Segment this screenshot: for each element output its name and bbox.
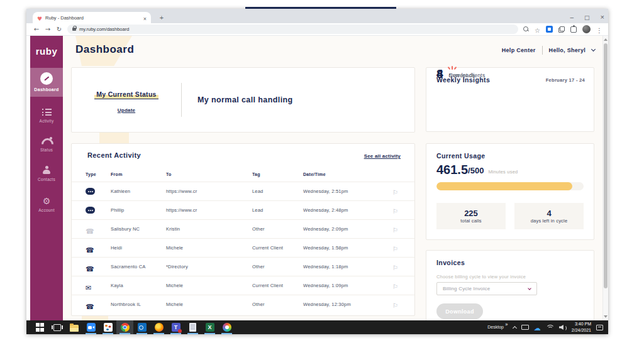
sidebar-item-account[interactable]: Account <box>30 191 63 216</box>
status-value: My normal call handling <box>197 95 293 104</box>
current-usage-title: Current Usage <box>436 152 486 160</box>
tray-chevron-up-icon[interactable] <box>513 325 517 330</box>
touch-keyboard-icon[interactable] <box>521 325 529 330</box>
sidebar-item-activity[interactable]: Activity <box>30 102 63 127</box>
taskbar-app-task-view[interactable] <box>48 320 65 334</box>
column-header: To <box>166 172 252 177</box>
bookmark-star-icon[interactable] <box>535 24 540 35</box>
tab-title: Ruby - Dashboard <box>45 15 143 21</box>
activity-type-icon <box>86 225 96 233</box>
activity-row: Salisbury NC Kristin Other Wednesday, 2:… <box>72 219 414 238</box>
recent-activity-title: Recent Activity <box>87 151 141 159</box>
insight-stat-label: Current clients <box>449 72 486 80</box>
refresh-button[interactable] <box>55 26 64 33</box>
tab-close-icon[interactable] <box>143 12 147 23</box>
activity-tag: Lead <box>252 188 303 194</box>
current-usage-card: Current Usage 461.5 /500 Minutes used 22… <box>426 143 594 240</box>
help-center-link[interactable]: Help Center <box>502 47 536 53</box>
share-icon[interactable] <box>558 26 565 33</box>
forward-button[interactable] <box>43 26 52 33</box>
user-greeting[interactable]: Hello, Sheryl <box>549 47 586 53</box>
update-link[interactable]: Update <box>72 107 181 113</box>
desktop-label[interactable]: Desktop <box>487 320 504 334</box>
flag-icon[interactable] <box>392 242 398 254</box>
sidebar-item-dashboard[interactable]: Dashboard <box>30 68 63 97</box>
chevron-down-icon[interactable] <box>591 47 596 52</box>
activity-to: Kristin <box>166 226 252 232</box>
minutes-label: Minutes used <box>488 169 518 176</box>
billing-cycle-dropdown[interactable]: Billing Cycle Invoice <box>436 282 537 295</box>
extension-icon[interactable] <box>546 26 553 33</box>
window-close-button[interactable] <box>601 11 604 22</box>
taskbar-app-excel[interactable] <box>201 320 218 334</box>
profile-avatar[interactable] <box>582 25 591 33</box>
sidebar-item-label: Account <box>38 208 55 212</box>
scrollbar-thumb[interactable] <box>604 43 608 288</box>
scroll-up-arrow[interactable] <box>604 38 608 41</box>
taskbar-app-paint[interactable] <box>218 320 235 334</box>
taskbar-app-chrome[interactable] <box>116 320 133 334</box>
new-tab-button[interactable] <box>156 12 167 23</box>
dropdown-value: Billing Cycle Invoice <box>443 286 490 291</box>
flag-icon[interactable] <box>392 299 398 310</box>
sidebar-item-status[interactable]: Status <box>30 133 63 156</box>
taskbar-app-notepad[interactable] <box>184 320 201 334</box>
activity-tag: Other <box>252 302 303 307</box>
activity-from: Kathleen <box>111 188 166 194</box>
flag-icon[interactable] <box>392 261 398 273</box>
lock-icon <box>72 28 76 31</box>
activity-datetime: Wednesday, 2:09pm <box>303 226 378 232</box>
taskbar-app-outlook[interactable] <box>133 320 150 334</box>
app-icon <box>189 323 196 332</box>
page-title: Dashboard <box>75 43 134 56</box>
usage-stat-value: 225 <box>464 209 478 219</box>
taskbar-app-zoom[interactable] <box>82 320 99 334</box>
taskbar-app-teams[interactable] <box>167 320 184 334</box>
see-all-activity-link[interactable]: See all activity <box>364 153 401 159</box>
flag-icon[interactable] <box>392 280 398 291</box>
onedrive-cloud-icon[interactable] <box>534 322 541 333</box>
activity-row: Phillip https://www.cr Lead Wednesday, 2… <box>72 200 414 219</box>
taskbar-overflow-icon[interactable]: » <box>505 320 508 329</box>
page-viewport: ruby Dashboard Activity Statu <box>26 36 608 320</box>
taskbar-app-start[interactable] <box>31 320 48 334</box>
activity-from: Phillip <box>111 207 166 213</box>
flag-icon[interactable] <box>392 186 398 197</box>
extensions-puzzle-icon[interactable] <box>570 26 577 33</box>
activity-to: *Directory <box>166 264 252 270</box>
address-bar[interactable]: my.ruby.com/dashboard <box>67 24 518 34</box>
weekly-insights-card: Weekly Insights February 17 - 24 4 New l… <box>426 67 594 132</box>
page-scrollbar[interactable] <box>602 36 608 320</box>
action-center-icon[interactable] <box>596 325 603 330</box>
taskbar-app-file-explorer[interactable] <box>65 320 82 334</box>
header-right: Help Center Hello, Sheryl <box>502 46 595 55</box>
app-icon <box>172 323 180 332</box>
sidebar-item-contacts[interactable]: Contacts <box>30 161 63 185</box>
scroll-down-arrow[interactable] <box>604 315 608 318</box>
window-minimize-button[interactable] <box>570 11 574 22</box>
volume-icon[interactable] <box>559 324 567 330</box>
activity-type-icon <box>86 188 95 195</box>
taskbar-apps <box>31 320 235 334</box>
download-button[interactable]: Download <box>436 303 483 319</box>
browser-tab[interactable]: Ruby - Dashboard <box>33 12 151 23</box>
browser-menu-icon[interactable] <box>596 24 602 35</box>
flag-icon[interactable] <box>392 224 398 235</box>
window-maximize-button[interactable] <box>584 11 590 22</box>
activity-to: Michele <box>166 302 252 307</box>
wifi-icon[interactable] <box>546 325 554 330</box>
minutes-summary: 461.5 /500 Minutes used <box>436 163 518 176</box>
flag-icon[interactable] <box>392 205 398 216</box>
status-left-panel: My Current Status Update <box>72 68 181 132</box>
sidebar-item-icon <box>40 195 53 205</box>
taskbar-app-diagram[interactable] <box>99 320 116 334</box>
taskbar-app-firefox[interactable] <box>150 320 167 334</box>
search-icon[interactable] <box>523 26 529 32</box>
weekly-insights-date-range: February 17 - 24 <box>546 77 585 83</box>
taskbar-clock[interactable]: 3:40 PM 2/24/2021 <box>572 321 591 334</box>
activity-row: Heidi Michele Current Client Wednesday, … <box>72 238 414 257</box>
back-button[interactable] <box>32 26 41 33</box>
window-controls <box>570 9 604 23</box>
activity-to: Michele <box>166 245 252 251</box>
activity-datetime: Wednesday, 2:48pm <box>303 207 378 213</box>
